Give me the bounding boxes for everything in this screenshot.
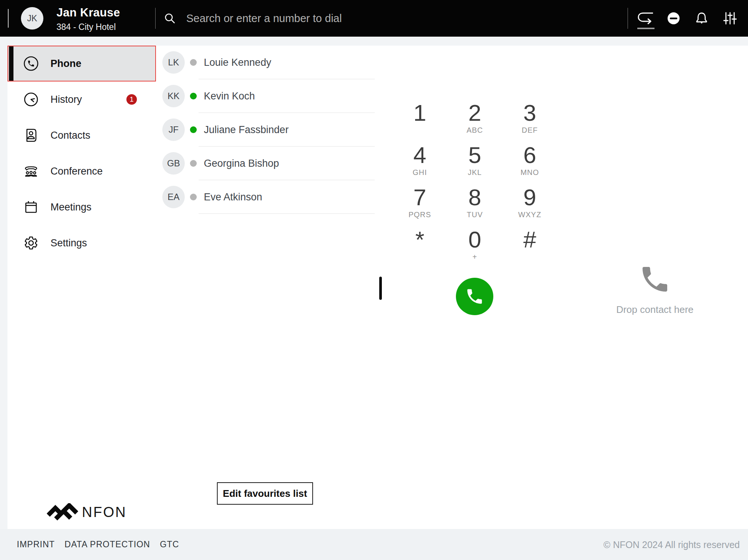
sidebar-item-contacts[interactable]: Contacts	[7, 117, 156, 153]
user-avatar[interactable]: JK	[21, 7, 43, 30]
footer-link-gtc[interactable]: GTC	[160, 539, 179, 550]
key-digit: 4	[392, 142, 447, 168]
conference-icon	[24, 164, 39, 179]
contact-name: Eve Atkinson	[204, 191, 262, 203]
favorite-contact-row[interactable]: JF Juliane Fassbinder	[156, 113, 375, 147]
sidebar-item-history[interactable]: History 1	[7, 81, 156, 117]
softphone-app: JK Jan Krause 384 - City Hotel	[0, 0, 748, 560]
footer: IMPRINT DATA PROTECTION GTC © NFON 2024 …	[0, 529, 748, 560]
key-letters: WXYZ	[502, 210, 557, 219]
panel-resize-handle[interactable]	[379, 277, 382, 300]
dialpad-key-4[interactable]: 4 GHI	[392, 142, 447, 184]
main-area: Phone History 1	[0, 37, 748, 529]
history-badge: 1	[126, 94, 137, 105]
key-letters: +	[447, 253, 502, 261]
contact-avatar: KK	[162, 85, 185, 107]
dialpad-key-3[interactable]: 3 DEF	[502, 100, 557, 142]
presence-status-dot	[190, 93, 197, 99]
favorite-contact-row[interactable]: EA Eve Atkinson	[156, 180, 375, 214]
dialpad-key-hash[interactable]: #	[502, 227, 557, 269]
contact-name: Kevin Koch	[204, 90, 255, 102]
audio-settings-button[interactable]	[719, 0, 741, 37]
edit-favourites-button[interactable]: Edit favourites list	[217, 482, 313, 505]
sidebar-item-conference[interactable]: Conference	[7, 153, 156, 189]
history-clock-icon	[24, 92, 39, 107]
dialpad-key-2[interactable]: 2 ABC	[447, 100, 502, 142]
key-digit: 8	[447, 184, 502, 210]
key-digit: 9	[502, 184, 557, 210]
key-digit: #	[502, 227, 557, 253]
dialpad-panel: 1 2 ABC 3 DEF 4 GHI 5 JKL	[387, 46, 562, 529]
header-divider	[155, 8, 156, 29]
header-left-divider	[8, 9, 9, 28]
user-name: Jan Krause	[56, 6, 120, 19]
search-input[interactable]	[186, 12, 524, 25]
key-digit: 5	[447, 142, 502, 168]
key-letters: PQRS	[392, 210, 447, 219]
favorite-contact-row[interactable]: LK Louie Kennedy	[156, 46, 375, 79]
footer-links: IMPRINT DATA PROTECTION GTC	[17, 529, 179, 560]
user-extension: 384 - City Hotel	[56, 22, 120, 32]
key-letters: DEF	[502, 126, 557, 134]
favorites-panel: LK Louie Kennedy KK Kevin Koch JF Julian…	[156, 46, 375, 529]
key-letters: MNO	[502, 168, 557, 176]
dialpad-key-0[interactable]: 0 +	[447, 227, 502, 269]
contact-avatar: LK	[162, 51, 185, 74]
key-letters: JKL	[447, 168, 502, 176]
sidebar: Phone History 1	[7, 46, 156, 529]
contact-avatar: GB	[162, 152, 185, 175]
call-button[interactable]	[456, 278, 493, 315]
nfon-logo: NFON	[47, 503, 127, 521]
presence-status-dot	[190, 194, 197, 200]
key-digit: 7	[392, 184, 447, 210]
dialpad-key-6[interactable]: 6 MNO	[502, 142, 557, 184]
dialpad-key-5[interactable]: 5 JKL	[447, 142, 502, 184]
notifications-bell-icon	[694, 11, 709, 26]
favorite-contact-row[interactable]: GB Georgina Bishop	[156, 147, 375, 180]
active-indicator-bar	[9, 46, 13, 81]
copyright-text: © NFON 2024 All rights reserved	[604, 539, 740, 550]
footer-link-data-protection[interactable]: DATA PROTECTION	[65, 539, 150, 550]
phone-icon	[24, 56, 39, 71]
presence-status-dot	[190, 160, 197, 167]
sidebar-item-label: Conference	[50, 166, 103, 177]
contact-name: Juliane Fassbinder	[204, 124, 289, 136]
dialpad-key-1[interactable]: 1	[392, 100, 447, 142]
nfon-logo-text: NFON	[82, 504, 127, 520]
contact-name: Louie Kennedy	[204, 57, 271, 68]
sidebar-item-label: History	[50, 94, 82, 105]
key-digit: 2	[447, 100, 502, 126]
status-busy-icon	[667, 12, 680, 25]
footer-link-imprint[interactable]: IMPRINT	[17, 539, 55, 550]
key-letters: GHI	[392, 168, 447, 176]
call-forward-icon	[635, 6, 657, 30]
dialpad-key-8[interactable]: 8 TUV	[447, 184, 502, 227]
key-digit: 0	[447, 227, 502, 253]
search-icon	[164, 12, 176, 24]
sidebar-item-meetings[interactable]: Meetings	[7, 189, 156, 225]
call-icon	[465, 287, 484, 306]
drop-contact-zone[interactable]: Drop contact here	[562, 46, 748, 529]
dialpad-keys: 1 2 ABC 3 DEF 4 GHI 5 JKL	[392, 100, 557, 269]
status-busy-button[interactable]	[663, 0, 684, 37]
panel-gutter	[375, 46, 387, 529]
dialpad-key-7[interactable]: 7 PQRS	[392, 184, 447, 227]
call-forward-button[interactable]	[635, 0, 657, 37]
drop-zone-label: Drop contact here	[562, 304, 748, 316]
sidebar-item-phone[interactable]: Phone	[7, 46, 156, 81]
favorite-contact-row[interactable]: KK Kevin Koch	[156, 79, 375, 113]
nfon-logo-mark	[47, 503, 78, 521]
search-bar	[164, 0, 524, 37]
top-bar: JK Jan Krause 384 - City Hotel	[0, 0, 748, 37]
row-divider	[199, 213, 375, 214]
key-digit: 6	[502, 142, 557, 168]
sidebar-item-settings[interactable]: Settings	[7, 225, 156, 261]
contact-avatar: EA	[162, 186, 185, 208]
contact-avatar: JF	[162, 119, 185, 141]
key-letters: TUV	[447, 210, 502, 219]
notifications-button[interactable]	[691, 0, 712, 37]
drop-zone-content: Drop contact here	[562, 263, 748, 316]
dialpad-key-star[interactable]: *	[392, 227, 447, 269]
dialpad-key-9[interactable]: 9 WXYZ	[502, 184, 557, 227]
sidebar-item-label: Settings	[50, 237, 87, 249]
